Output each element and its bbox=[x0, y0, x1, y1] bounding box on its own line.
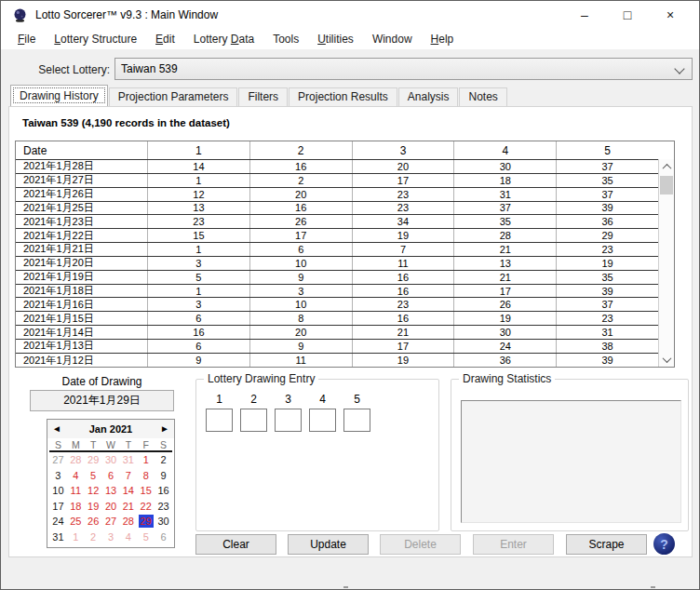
calendar-day[interactable]: 26 bbox=[85, 514, 102, 530]
table-row[interactable]: 2021年1月26日1220233137 bbox=[16, 188, 658, 202]
table-row[interactable]: 2021年1月18日13161739 bbox=[16, 285, 658, 299]
scroll-up-icon[interactable] bbox=[659, 159, 674, 174]
calendar-day[interactable]: 31 bbox=[49, 530, 67, 545]
table-row[interactable]: 2021年1月23日2326343536 bbox=[16, 215, 658, 229]
calendar-day[interactable]: 10 bbox=[49, 483, 67, 499]
calendar-day[interactable]: 2 bbox=[155, 452, 172, 468]
table-row[interactable]: 2021年1月16日310232637 bbox=[16, 298, 658, 312]
calendar-day[interactable]: 20 bbox=[102, 499, 120, 515]
table-cell-number: 35 bbox=[556, 271, 658, 284]
entry-slot: 2 bbox=[240, 393, 267, 432]
tab-projection-parameters[interactable]: Projection Parameters bbox=[109, 87, 238, 106]
tab-notes[interactable]: Notes bbox=[459, 87, 506, 106]
calendar-day[interactable]: 22 bbox=[137, 499, 155, 515]
tab-drawing-history[interactable]: Drawing History bbox=[10, 85, 108, 106]
calendar-day[interactable]: 18 bbox=[67, 499, 85, 515]
calendar-day[interactable]: 4 bbox=[119, 530, 137, 545]
calendar-day-header: W bbox=[102, 438, 120, 450]
tab-projection-results[interactable]: Projection Results bbox=[289, 87, 397, 106]
table-cell-number: 3 bbox=[147, 298, 249, 311]
tab-filters[interactable]: Filters bbox=[238, 87, 288, 106]
entry-box-4[interactable] bbox=[309, 409, 336, 432]
table-row[interactable]: 2021年1月22日1517192829 bbox=[16, 229, 658, 243]
calendar-day[interactable]: 30 bbox=[155, 514, 172, 530]
calendar-day[interactable]: 23 bbox=[155, 499, 172, 515]
calendar-day-selected[interactable]: 29 bbox=[137, 514, 155, 530]
calendar-day[interactable]: 31 bbox=[119, 452, 137, 468]
tab-analysis[interactable]: Analysis bbox=[398, 87, 459, 106]
table-cell-number: 20 bbox=[352, 160, 454, 173]
calendar-day[interactable]: 25 bbox=[67, 514, 85, 530]
calendar-day[interactable]: 3 bbox=[102, 530, 120, 545]
scroll-down-icon[interactable] bbox=[659, 352, 674, 367]
calendar-day[interactable]: 19 bbox=[85, 499, 102, 515]
table-row[interactable]: 2021年1月19日59162135 bbox=[16, 271, 658, 285]
calendar-next-icon[interactable]: ► bbox=[157, 420, 172, 438]
table-cell-number: 30 bbox=[453, 326, 556, 339]
calendar-day[interactable]: 15 bbox=[137, 483, 155, 499]
entry-box-5[interactable] bbox=[343, 409, 370, 432]
maximize-icon[interactable]: □ bbox=[606, 1, 649, 29]
menu-edit[interactable]: Edit bbox=[146, 33, 184, 46]
clear-button[interactable]: Clear bbox=[195, 534, 276, 555]
table-row[interactable]: 2021年1月14日1620213031 bbox=[16, 326, 658, 340]
menu-utilities[interactable]: Utilities bbox=[308, 33, 363, 46]
calendar-day[interactable]: 9 bbox=[155, 468, 172, 484]
calendar-prev-icon[interactable]: ◄ bbox=[49, 420, 64, 438]
table-row[interactable]: 2021年1月27日12171835 bbox=[16, 174, 658, 188]
menu-window[interactable]: Window bbox=[363, 33, 422, 46]
table-cell-date: 2021年1月25日 bbox=[16, 202, 147, 215]
table-row[interactable]: 2021年1月28日1416203037 bbox=[16, 160, 658, 174]
calendar-day[interactable]: 28 bbox=[67, 452, 85, 468]
menu-file[interactable]: File bbox=[8, 33, 45, 46]
table-row[interactable]: 2021年1月12日911193639 bbox=[16, 354, 658, 368]
close-icon[interactable]: × bbox=[649, 1, 692, 29]
calendar-day[interactable]: 6 bbox=[102, 468, 120, 484]
calendar-day[interactable]: 24 bbox=[49, 514, 67, 530]
table-row[interactable]: 2021年1月15日68161923 bbox=[16, 312, 658, 326]
table-cell-number: 21 bbox=[453, 271, 556, 284]
table-row[interactable]: 2021年1月20日310111319 bbox=[16, 257, 658, 271]
calendar-day[interactable]: 5 bbox=[137, 530, 155, 545]
entry-box-3[interactable] bbox=[275, 409, 302, 432]
calendar-day[interactable]: 28 bbox=[119, 514, 137, 530]
calendar-day[interactable]: 4 bbox=[67, 468, 85, 484]
menu-help[interactable]: Help bbox=[422, 33, 464, 46]
calendar-day[interactable]: 13 bbox=[102, 483, 120, 499]
calendar-day[interactable]: 21 bbox=[119, 499, 137, 515]
calendar-day[interactable]: 8 bbox=[137, 468, 155, 484]
table-cell-number: 17 bbox=[352, 340, 454, 353]
calendar-day[interactable]: 7 bbox=[119, 468, 137, 484]
calendar-day[interactable]: 16 bbox=[155, 483, 172, 499]
calendar-day[interactable]: 6 bbox=[155, 530, 172, 545]
calendar-day[interactable]: 3 bbox=[49, 468, 67, 484]
calendar-day[interactable]: 1 bbox=[137, 452, 155, 468]
menu-tools[interactable]: Tools bbox=[263, 33, 308, 46]
calendar-day[interactable]: 27 bbox=[102, 514, 120, 530]
calendar-day[interactable]: 29 bbox=[85, 452, 102, 468]
lottery-select[interactable]: Taiwan 539 bbox=[114, 58, 693, 80]
table-row[interactable]: 2021年1月25日1316233739 bbox=[16, 202, 658, 216]
table-scrollbar[interactable] bbox=[658, 159, 674, 367]
help-button[interactable]: ? bbox=[653, 533, 675, 555]
table-row[interactable]: 2021年1月13日69172438 bbox=[16, 340, 658, 354]
calendar-day[interactable]: 14 bbox=[119, 483, 137, 499]
table-row[interactable]: 2021年1月21日1672123 bbox=[16, 243, 658, 257]
calendar-day[interactable]: 12 bbox=[85, 483, 102, 499]
calendar-day[interactable]: 27 bbox=[49, 452, 67, 468]
menu-lottery-structure[interactable]: Lottery Structure bbox=[45, 33, 146, 46]
calendar-day[interactable]: 17 bbox=[49, 499, 67, 515]
calendar-day[interactable]: 1 bbox=[67, 530, 85, 545]
menu-lottery-data[interactable]: Lottery Data bbox=[184, 33, 263, 46]
calendar-day[interactable]: 2 bbox=[85, 530, 102, 545]
entry-box-2[interactable] bbox=[240, 409, 267, 432]
scrollbar-thumb[interactable] bbox=[660, 176, 673, 194]
update-button[interactable]: Update bbox=[288, 534, 369, 555]
calendar-day[interactable]: 5 bbox=[85, 468, 102, 484]
table-header-cell: 3 bbox=[352, 141, 454, 159]
calendar-day[interactable]: 11 bbox=[67, 483, 85, 499]
entry-box-1[interactable] bbox=[206, 409, 233, 432]
minimize-icon[interactable]: – bbox=[563, 1, 606, 29]
calendar-day[interactable]: 30 bbox=[102, 452, 120, 468]
scrape-button[interactable]: Scrape bbox=[566, 534, 647, 555]
